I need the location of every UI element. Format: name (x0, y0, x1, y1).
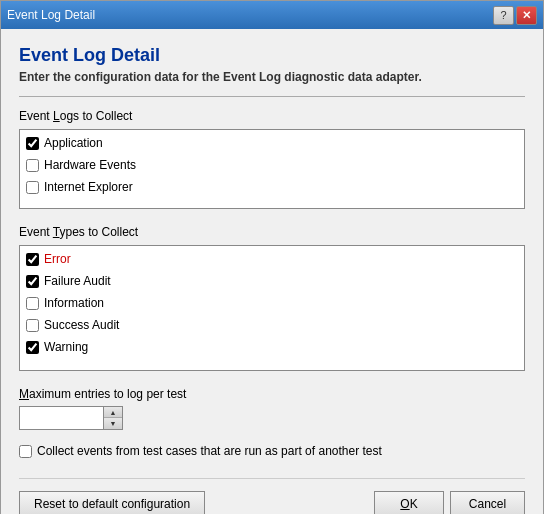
list-item: Internet Explorer (22, 176, 522, 198)
list-item: Failure Audit (22, 270, 522, 292)
internet-explorer-label: Internet Explorer (44, 178, 133, 196)
information-checkbox[interactable] (26, 297, 39, 310)
max-entries-spinner: 5000 ▲ ▼ (19, 406, 129, 430)
max-entries-section: Maximum entries to log per test 5000 ▲ ▼ (19, 387, 525, 430)
dialog-subtitle: Enter the configuration data for the Eve… (19, 70, 525, 84)
title-bar-controls: ? ✕ (493, 6, 537, 25)
spinner-down-button[interactable]: ▼ (104, 418, 122, 429)
error-label: Error (44, 250, 71, 268)
event-logs-label: Event Logs to Collect (19, 109, 525, 123)
spinner-up-button[interactable]: ▲ (104, 407, 122, 418)
hardware-events-checkbox[interactable] (26, 159, 39, 172)
collect-events-label: Collect events from test cases that are … (37, 444, 382, 458)
ok-button[interactable]: OK (374, 491, 444, 514)
dialog-title: Event Log Detail (19, 45, 525, 66)
title-bar-label: Event Log Detail (7, 8, 95, 22)
list-item: Information (22, 292, 522, 314)
dialog-window: Event Log Detail ? ✕ Event Log Detail En… (0, 0, 544, 514)
collect-events-row: Collect events from test cases that are … (19, 444, 525, 458)
application-checkbox[interactable] (26, 137, 39, 150)
failure-audit-checkbox[interactable] (26, 275, 39, 288)
success-audit-label: Success Audit (44, 316, 119, 334)
max-entries-label: Maximum entries to log per test (19, 387, 525, 401)
close-button[interactable]: ✕ (516, 6, 537, 25)
collect-events-checkbox[interactable] (19, 445, 32, 458)
spinner-buttons: ▲ ▼ (104, 406, 123, 430)
subtitle-after: diagnostic data adapter. (281, 70, 422, 84)
cancel-button[interactable]: Cancel (450, 491, 525, 514)
success-audit-checkbox[interactable] (26, 319, 39, 332)
list-item: Application (22, 132, 522, 154)
warning-label: Warning (44, 338, 88, 356)
list-item: Warning (22, 336, 522, 358)
list-item: Error (22, 248, 522, 270)
hardware-events-label: Hardware Events (44, 156, 136, 174)
title-bar: Event Log Detail ? ✕ (1, 1, 543, 29)
internet-explorer-checkbox[interactable] (26, 181, 39, 194)
reset-button[interactable]: Reset to default configuration (19, 491, 205, 514)
event-types-listbox[interactable]: Error Failure Audit Information Success … (19, 245, 525, 371)
application-label: Application (44, 134, 103, 152)
information-label: Information (44, 294, 104, 312)
list-item: Hardware Events (22, 154, 522, 176)
button-row: Reset to default configuration OK Cancel (19, 478, 525, 514)
warning-checkbox[interactable] (26, 341, 39, 354)
subtitle-bold: Event Log (223, 70, 281, 84)
dialog-content: Event Log Detail Enter the configuration… (1, 29, 543, 514)
header-divider (19, 96, 525, 97)
max-entries-input[interactable]: 5000 (19, 406, 104, 430)
list-item: Success Audit (22, 314, 522, 336)
error-checkbox[interactable] (26, 253, 39, 266)
failure-audit-label: Failure Audit (44, 272, 111, 290)
subtitle-before: Enter the configuration data for the (19, 70, 223, 84)
help-button[interactable]: ? (493, 6, 514, 25)
event-logs-listbox[interactable]: Application Hardware Events Internet Exp… (19, 129, 525, 209)
event-types-label: Event Types to Collect (19, 225, 525, 239)
ok-cancel-buttons: OK Cancel (374, 491, 525, 514)
